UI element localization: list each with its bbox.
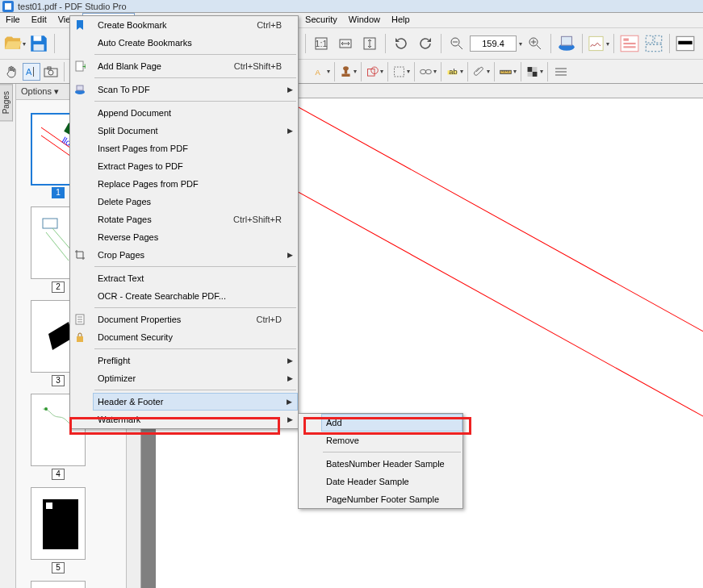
menu-security[interactable]: Security [299, 13, 343, 27]
svg-rect-3 [34, 44, 44, 51]
document-menu: Create BookmarkCtrl+BAuto Create Bookmar… [69, 15, 299, 429]
menu-item-label: Append Document [98, 108, 171, 118]
zoom-in-button[interactable] [524, 32, 546, 55]
submenu-item-add[interactable]: Add [321, 414, 462, 432]
menu-shortcut: Ctrl+Shift+B [234, 61, 282, 71]
menu-item-label: Optimizer [98, 373, 136, 383]
menu-separator [94, 307, 296, 308]
menu-item-crop-pages[interactable]: Crop Pages▶ [93, 246, 298, 264]
menu-item-split-document[interactable]: Split Document▶ [93, 122, 298, 140]
fit-width-button[interactable] [334, 32, 357, 55]
menu-item-icon [73, 313, 86, 326]
menu-item-insert-pages-from-pdf[interactable]: Insert Pages from PDF [93, 140, 298, 157]
menu-item-document-security[interactable]: Document Security [93, 328, 298, 346]
menu-item-label: Watermark [98, 415, 140, 424]
menu-item-label: Reverse Pages [98, 232, 158, 242]
menu-item-label: OCR - Create Searchable PDF... [98, 291, 226, 301]
fit-page-button[interactable] [358, 32, 381, 55]
link-tool-button[interactable]: ▾ [419, 63, 437, 81]
shape-tool-button[interactable]: ▾ [366, 63, 383, 81]
menu-file[interactable]: File [0, 13, 26, 27]
menu-item-auto-create-bookmarks[interactable]: Auto Create Bookmarks [93, 34, 298, 52]
measure-tool-button[interactable]: ▾ [499, 63, 517, 81]
menu-item-delete-pages[interactable]: Delete Pages [93, 193, 298, 211]
form-tool-button[interactable] [618, 32, 641, 55]
menu-item-rotate-pages[interactable]: Rotate PagesCtrl+Shift+R [93, 211, 298, 228]
svg-rect-40 [533, 72, 538, 77]
submenu-item-batesnumber-header-sample[interactable]: BatesNumber Header Sample [321, 455, 462, 473]
menu-item-scan-to-pdf[interactable]: Scan To PDF▶ [93, 81, 298, 98]
redact-button[interactable] [674, 32, 697, 55]
menu-window[interactable]: Window [343, 13, 386, 27]
hand-tool-button[interactable] [3, 63, 21, 81]
menu-item-label: Auto Create Bookmarks [98, 38, 192, 48]
pages-tab[interactable]: Pages [0, 84, 13, 121]
menu-shortcut: Ctrl+B [257, 20, 282, 30]
menu-item-extract-pages-to-pdf[interactable]: Extract Pages to PDF [93, 157, 298, 175]
submenu-item-remove[interactable]: Remove [321, 432, 462, 449]
menu-item-icon [73, 248, 86, 261]
snapshot-tool-button[interactable] [42, 63, 60, 81]
rotate-left-button[interactable] [390, 32, 412, 55]
menu-item-label: Scan To PDF [98, 85, 150, 94]
layout-tool-button[interactable] [642, 32, 665, 55]
zoom-out-button[interactable] [446, 32, 468, 55]
svg-rect-17 [646, 35, 653, 43]
menu-item-icon [73, 19, 86, 31]
menu-item-create-bookmark[interactable]: Create BookmarkCtrl+B [93, 16, 298, 34]
highlight-tool-button[interactable]: ab▾ [446, 63, 463, 81]
menu-shortcut: Ctrl+Shift+R [233, 215, 282, 224]
open-button[interactable]: ▾ [3, 32, 26, 55]
menu-edit[interactable]: Edit [26, 13, 52, 27]
menu-help[interactable]: Help [386, 13, 416, 27]
checker-tool-button[interactable]: ▾ [525, 63, 543, 81]
menu-item-label: Add [326, 418, 342, 427]
svg-rect-15 [623, 43, 635, 44]
submenu-item-date-header-sample[interactable]: Date Header Sample [321, 473, 462, 490]
menu-item-replace-pages-from-pdf[interactable]: Replace Pages from PDF [93, 175, 298, 193]
menu-item-document-properties[interactable]: Document PropertiesCtrl+D [93, 311, 298, 328]
zoom-dropdown-icon[interactable]: ▾ [519, 40, 522, 48]
svg-text:A: A [315, 69, 320, 77]
menu-item-ocr-create-searchable-pdf-[interactable]: OCR - Create Searchable PDF... [93, 287, 298, 305]
submenu-item-pagenumber-footer-sample[interactable]: PageNumber Footer Sample [321, 490, 462, 508]
submenu-arrow-icon: ▶ [287, 251, 293, 259]
menu-item-reverse-pages[interactable]: Reverse Pages [93, 228, 298, 246]
rotate-right-button[interactable] [414, 32, 437, 55]
svg-rect-18 [655, 35, 662, 43]
area-tool-button[interactable]: ▾ [392, 63, 410, 81]
menu-item-append-document[interactable]: Append Document [93, 104, 298, 122]
sign-button[interactable]: ▾ [587, 32, 609, 55]
text-annot-button[interactable]: A▾ [312, 63, 330, 81]
scan-button[interactable] [555, 32, 578, 55]
menu-item-label: PageNumber Footer Sample [326, 494, 439, 504]
thumbnail-5[interactable]: 5 [31, 487, 86, 560]
svg-point-25 [48, 70, 53, 75]
menu-item-label: Header & Footer [98, 397, 163, 407]
svg-rect-12 [589, 36, 603, 50]
stamp-button[interactable]: ▾ [339, 63, 357, 81]
menu-item-add-blank-page[interactable]: Add Blank PageCtrl+Shift+B+ [93, 57, 298, 75]
select-tool-button[interactable]: A [23, 63, 40, 81]
save-button[interactable] [27, 32, 50, 55]
menu-separator [94, 348, 296, 349]
more-tool-button[interactable] [552, 63, 570, 81]
menu-item-watermark[interactable]: Watermark▶ [93, 411, 298, 428]
svg-text:A: A [26, 67, 32, 77]
thumbnail-label: 1 [52, 187, 65, 198]
thumbnail-label: 3 [52, 375, 65, 386]
svg-rect-58 [77, 85, 83, 90]
thumbnail-6[interactable] [31, 581, 86, 588]
menu-item-extract-text[interactable]: Extract Text [93, 269, 298, 287]
header-footer-submenu: AddRemoveBatesNumber Header SampleDate H… [298, 413, 463, 509]
svg-text:ab: ab [449, 67, 457, 75]
menu-item-optimizer[interactable]: Optimizer▶ [93, 369, 298, 387]
zoom-input[interactable] [470, 35, 517, 52]
fit-actual-button[interactable]: 1:1 [310, 32, 333, 55]
attach-tool-button[interactable]: ▾ [472, 63, 490, 81]
menu-item-preflight[interactable]: Preflight▶ [93, 352, 298, 369]
menu-separator [94, 54, 296, 55]
svg-text:+: + [82, 61, 86, 71]
menu-item-header-footer[interactable]: Header & Footer▶ [93, 393, 298, 411]
svg-rect-21 [678, 41, 692, 44]
